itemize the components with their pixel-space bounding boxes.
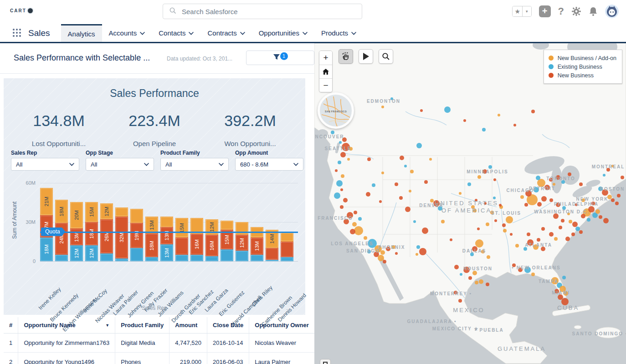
business-dot[interactable]	[366, 192, 370, 197]
business-dot[interactable]	[416, 253, 418, 256]
help-icon[interactable]: ?	[558, 5, 564, 17]
bar-eric-sanchez[interactable]: 16M	[190, 218, 203, 261]
segment-red[interactable]: 18M	[145, 233, 158, 257]
tab-accounts[interactable]: Accounts	[102, 24, 152, 42]
business-dot[interactable]	[422, 228, 428, 234]
business-dot[interactable]	[429, 158, 432, 161]
business-dot[interactable]	[409, 190, 411, 192]
business-dot[interactable]	[565, 237, 570, 241]
business-dot[interactable]	[611, 198, 615, 202]
segment-red[interactable]: 19M	[130, 223, 143, 248]
business-dot[interactable]	[493, 178, 496, 181]
filters-button[interactable]: 1	[246, 51, 314, 65]
business-dot[interactable]	[486, 222, 489, 226]
segment-blue[interactable]	[115, 258, 128, 261]
bar-doroth-gardner[interactable]: 15M	[175, 218, 188, 261]
business-dot[interactable]	[336, 180, 343, 187]
filter-select[interactable]: 680 - 8.6M	[235, 158, 303, 171]
business-dot[interactable]	[499, 204, 502, 207]
pan-tool-button[interactable]	[339, 49, 353, 64]
segment-red[interactable]: 32M	[115, 217, 128, 258]
business-dot[interactable]	[537, 202, 542, 207]
business-dot[interactable]	[458, 299, 462, 303]
business-dot[interactable]	[459, 192, 462, 195]
business-dot[interactable]	[444, 106, 451, 113]
business-dot[interactable]	[424, 180, 428, 184]
business-dot[interactable]	[541, 196, 547, 202]
business-dot[interactable]	[416, 245, 420, 249]
tab-analytics[interactable]: Analytics	[61, 24, 102, 42]
segment-blue[interactable]	[55, 255, 68, 261]
business-dot[interactable]	[475, 281, 478, 284]
business-dot[interactable]	[520, 195, 524, 199]
segment-orange[interactable]: 18M	[55, 200, 68, 223]
san-francisco-inset[interactable]: SAN FRANCISCO	[318, 92, 354, 129]
business-dot[interactable]	[581, 214, 585, 218]
business-dot[interactable]	[379, 200, 382, 203]
business-dot[interactable]	[537, 238, 540, 242]
business-dot[interactable]	[549, 232, 554, 237]
business-dot[interactable]	[506, 216, 513, 223]
business-dot[interactable]	[350, 229, 355, 234]
business-dot[interactable]	[524, 203, 528, 207]
segment-blue[interactable]: 12M	[85, 245, 98, 261]
kpi[interactable]: 392.2MWon Opportuni...	[216, 106, 284, 147]
bar-laura-palmer[interactable]: 32M	[115, 207, 128, 261]
segment-red[interactable]: 18M	[85, 222, 98, 246]
filter-select[interactable]: All	[86, 158, 154, 171]
business-dot[interactable]	[372, 183, 375, 187]
business-dot[interactable]	[488, 165, 492, 169]
business-dot[interactable]	[531, 110, 535, 113]
zoom-in-button[interactable]: +	[319, 51, 332, 65]
business-dot[interactable]	[450, 238, 452, 241]
business-dot[interactable]	[502, 223, 506, 227]
segment-orange[interactable]: 12M	[100, 203, 113, 219]
filter-select[interactable]: All	[11, 158, 79, 171]
bar-irene-kelley[interactable]: 21M17M18M	[40, 188, 53, 261]
business-dot[interactable]	[621, 176, 624, 179]
segment-orange[interactable]: 20M	[70, 202, 83, 228]
business-dot[interactable]	[354, 226, 363, 235]
business-dot[interactable]	[575, 227, 580, 231]
global-actions-button[interactable]: +	[539, 5, 551, 17]
segment-blue[interactable]	[266, 260, 278, 261]
zoom-out-button[interactable]: −	[319, 78, 332, 92]
segment-orange[interactable]: 21M	[40, 188, 53, 216]
business-dot[interactable]	[523, 247, 527, 251]
tab-opportunities[interactable]: Opportunities	[252, 24, 314, 42]
business-dot[interactable]	[399, 196, 403, 200]
business-dot[interactable]	[617, 194, 621, 197]
business-dot[interactable]	[472, 271, 477, 275]
segment-blue[interactable]: 18M	[40, 238, 53, 261]
business-dot[interactable]	[615, 202, 619, 205]
segment-blue[interactable]	[221, 249, 233, 261]
business-dot[interactable]	[454, 265, 459, 269]
favorites-control[interactable]: ★ ▾	[512, 6, 531, 17]
business-dot[interactable]	[475, 239, 483, 248]
column-header[interactable]: #	[4, 317, 18, 334]
column-header[interactable]: Opportunity Name ▼	[18, 317, 115, 334]
business-dot[interactable]	[410, 170, 414, 173]
business-dot[interactable]	[378, 255, 384, 261]
business-dot[interactable]	[562, 276, 566, 279]
column-header[interactable]: Close Date	[207, 317, 249, 334]
segment-blue[interactable]	[145, 257, 158, 261]
business-dot[interactable]	[340, 188, 343, 191]
filter-select[interactable]: All	[160, 158, 229, 171]
carto-map[interactable]: EDMONTONVANCOUVERSEATTLEMINNEAPOLISMONTR…	[314, 43, 626, 364]
segment-blue[interactable]	[175, 255, 188, 261]
business-dot[interactable]	[513, 124, 516, 126]
business-dot[interactable]	[400, 156, 404, 160]
segment-orange[interactable]	[115, 207, 128, 217]
favorites-caret-icon[interactable]: ▾	[522, 6, 531, 16]
segment-orange[interactable]	[236, 222, 248, 235]
app-launcher-waffle-icon[interactable]	[12, 28, 22, 42]
segment-red[interactable]: 13M	[251, 238, 263, 255]
business-dot[interactable]	[381, 106, 384, 108]
segment-blue[interactable]: 13M	[160, 244, 173, 262]
business-dot[interactable]	[420, 109, 423, 112]
business-dot[interactable]	[338, 161, 341, 164]
business-dot[interactable]	[603, 218, 609, 223]
business-dot[interactable]	[515, 244, 519, 248]
business-dot[interactable]	[595, 209, 600, 214]
